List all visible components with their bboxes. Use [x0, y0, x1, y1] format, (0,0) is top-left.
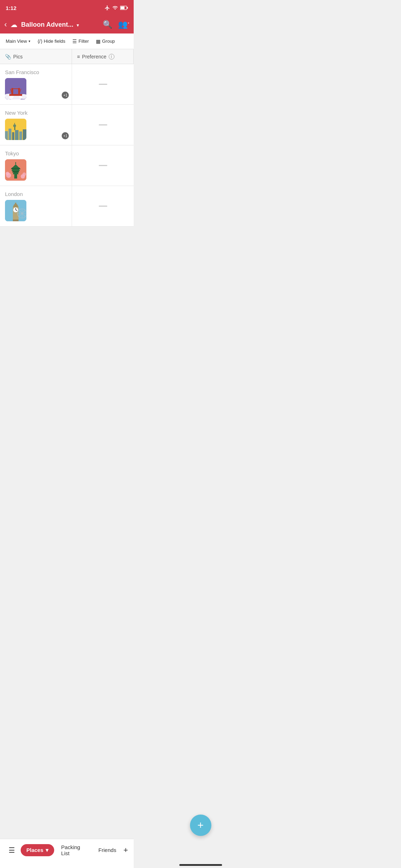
paperclip-icon: 📎	[5, 54, 11, 60]
search-button[interactable]: 🔍	[103, 20, 112, 29]
airplane-icon	[104, 5, 110, 11]
row-cell-ny-main: New York	[0, 105, 72, 145]
status-icons	[104, 5, 128, 11]
column-headers: 📎 Pics ≡ Preference i	[0, 49, 134, 64]
hide-fields-icon: ⟨/⟩	[37, 38, 42, 44]
svg-point-23	[14, 122, 15, 123]
row-cell-london-main: London	[0, 186, 72, 226]
info-icon[interactable]: i	[109, 54, 114, 60]
table-row[interactable]: New York	[0, 105, 134, 145]
ny-pref-dash	[99, 124, 107, 125]
row-cell-london-pref[interactable]	[72, 186, 134, 226]
svg-rect-1	[120, 6, 124, 9]
sf-image-container: +1	[5, 78, 67, 99]
london-illustration	[5, 200, 26, 221]
main-view-chevron: ▾	[29, 39, 30, 43]
sf-pref-dash	[99, 84, 107, 85]
hide-fields-button[interactable]: ⟨/⟩ Hide fields	[35, 37, 68, 46]
london-image-container	[5, 200, 67, 221]
svg-point-21	[13, 124, 16, 127]
app-title: Balloon Advent... ▾	[21, 21, 99, 29]
row-cell-ny-pref[interactable]	[72, 105, 134, 145]
svg-rect-17	[15, 130, 19, 140]
table-row[interactable]: Tokyo	[0, 145, 134, 186]
tokyo-pref-dash	[99, 165, 107, 166]
svg-rect-12	[9, 94, 22, 96]
cloud-icon: ☁	[10, 20, 17, 29]
battery-icon	[120, 5, 128, 10]
svg-point-33	[6, 172, 9, 175]
london-city-name: London	[5, 191, 67, 197]
toolbar: Main View ▾ ⟨/⟩ Hide fields ☰ Filter ▦ G…	[0, 33, 134, 49]
svg-rect-18	[19, 131, 22, 140]
sf-city-name: San Francisco	[5, 69, 67, 75]
add-user-button[interactable]: 👥+	[118, 20, 129, 29]
ny-illustration	[5, 119, 26, 140]
pics-column-header[interactable]: 📎 Pics	[0, 49, 72, 64]
svg-rect-43	[15, 203, 16, 205]
tokyo-illustration	[5, 159, 26, 181]
nav-actions: 🔍 👥+	[103, 20, 129, 29]
svg-point-35	[22, 172, 26, 176]
status-bar: 1:12	[0, 0, 134, 16]
sf-image[interactable]	[5, 78, 26, 99]
svg-rect-14	[5, 131, 8, 140]
row-cell-sf-main: San Francisco	[0, 64, 72, 104]
table-row[interactable]: London	[0, 186, 134, 227]
table-body: San Francisco	[0, 64, 134, 363]
svg-rect-50	[13, 219, 19, 221]
title-chevron[interactable]: ▾	[77, 23, 79, 28]
tokyo-image-container	[5, 159, 67, 181]
ny-image-container: +1	[5, 119, 67, 140]
preference-column-header[interactable]: ≡ Preference i	[72, 49, 134, 64]
london-pref-dash	[99, 206, 107, 207]
ny-city-name: New York	[5, 110, 67, 116]
group-button[interactable]: ▦ Group	[93, 37, 118, 46]
london-image[interactable]	[5, 200, 26, 221]
filter-button[interactable]: ☰ Filter	[70, 37, 92, 46]
main-view-button[interactable]: Main View ▾	[3, 37, 33, 45]
row-cell-sf-pref[interactable]	[72, 64, 134, 104]
tokyo-city-name: Tokyo	[5, 150, 67, 156]
tokyo-image[interactable]	[5, 159, 26, 181]
sf-illustration	[5, 78, 26, 99]
nav-bar: ‹ ☁ Balloon Advent... ▾ 🔍 👥+	[0, 16, 134, 33]
sf-image-badge: +1	[62, 92, 69, 99]
list-icon: ≡	[77, 54, 80, 60]
row-cell-tokyo-pref[interactable]	[72, 145, 134, 186]
empty-area	[0, 227, 134, 334]
svg-rect-15	[9, 129, 11, 140]
ny-image-badge: +1	[62, 132, 69, 139]
svg-rect-19	[23, 129, 26, 140]
back-button[interactable]: ‹	[4, 20, 7, 29]
status-time: 1:12	[6, 5, 16, 11]
svg-rect-16	[12, 132, 14, 140]
wifi-icon	[112, 5, 118, 11]
filter-icon: ☰	[72, 38, 77, 44]
svg-rect-2	[127, 7, 128, 9]
group-icon: ▦	[96, 38, 101, 44]
row-cell-tokyo-main: Tokyo	[0, 145, 72, 186]
svg-rect-25	[14, 174, 17, 179]
table-row[interactable]: San Francisco	[0, 64, 134, 105]
ny-image[interactable]	[5, 119, 26, 140]
